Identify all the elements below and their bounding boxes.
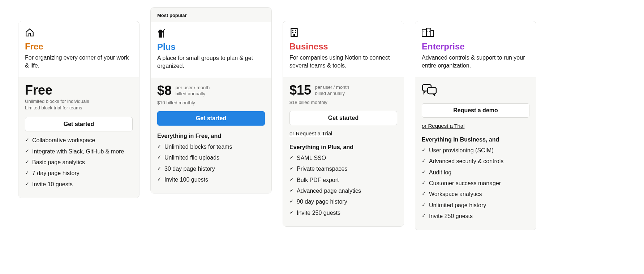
svg-rect-12 bbox=[425, 31, 425, 31]
feature-item: SAML SSO bbox=[289, 153, 397, 164]
svg-rect-16 bbox=[429, 31, 430, 32]
home-icon bbox=[25, 28, 133, 38]
price: $15 bbox=[289, 84, 311, 97]
monthly-price: $10 billed monthly bbox=[157, 100, 265, 105]
feature-item: Invite 100 guests bbox=[157, 174, 265, 185]
feature-heading: Everything in Free, and bbox=[157, 133, 265, 139]
popular-badge: Most popular bbox=[151, 8, 271, 22]
svg-rect-7 bbox=[293, 34, 295, 36]
request-trial-link[interactable]: or Request a Trial bbox=[422, 123, 464, 129]
monthly-price: $18 billed monthly bbox=[289, 100, 397, 105]
get-started-button[interactable]: Get started bbox=[289, 111, 397, 125]
svg-rect-5 bbox=[292, 32, 293, 33]
plan-card-free: Free For organizing every corner of your… bbox=[18, 21, 139, 198]
plan-card-plus: Most popular Plus A place for small grou… bbox=[150, 7, 272, 193]
plan-name: Enterprise bbox=[422, 42, 529, 52]
feature-item: Customer success manager bbox=[422, 178, 529, 189]
price: Free bbox=[25, 84, 52, 97]
feature-list: User provisioning (SCIM) Advanced securi… bbox=[422, 145, 529, 222]
feature-list: Unlimited blocks for teams Unlimited fil… bbox=[157, 142, 265, 186]
feature-item: 7 day page history bbox=[25, 168, 133, 179]
feature-list: SAML SSO Private teamspaces Bulk PDF exp… bbox=[289, 153, 397, 218]
feature-item: 30 day page history bbox=[157, 164, 265, 174]
building-icon bbox=[289, 28, 397, 38]
feature-item: Private teamspaces bbox=[289, 164, 397, 174]
request-demo-button[interactable]: Request a demo bbox=[422, 103, 529, 118]
plan-desc: A place for small groups to plan & get o… bbox=[157, 54, 265, 70]
price: $8 bbox=[157, 84, 172, 97]
svg-rect-6 bbox=[295, 32, 296, 33]
plan-card-business: Business For companies using Notion to c… bbox=[283, 21, 404, 227]
svg-rect-4 bbox=[295, 30, 296, 31]
svg-rect-8 bbox=[422, 29, 426, 36]
plan-desc: For organizing every corner of your work… bbox=[25, 54, 133, 70]
plan-desc: Advanced controls & support to run your … bbox=[422, 54, 529, 70]
request-trial-link[interactable]: or Request a Trial bbox=[289, 130, 332, 136]
buildings-icon bbox=[422, 28, 529, 38]
feature-item: Unlimited blocks for teams bbox=[157, 142, 265, 152]
feature-heading: Everything in Business, and bbox=[422, 136, 529, 143]
feature-item: Invite 250 guests bbox=[289, 208, 397, 218]
feature-item: User provisioning (SCIM) bbox=[422, 145, 529, 156]
svg-rect-9 bbox=[426, 28, 431, 36]
feature-item: Collaborative workspace bbox=[25, 135, 133, 146]
plan-name: Business bbox=[289, 42, 397, 52]
price-note-2: Limited block trial for teams bbox=[25, 105, 133, 111]
svg-rect-3 bbox=[292, 30, 293, 31]
plan-card-enterprise: Enterprise Advanced controls & support t… bbox=[415, 21, 536, 230]
tree-icon bbox=[157, 28, 265, 38]
svg-rect-14 bbox=[429, 30, 430, 30]
pricing-row: Free For organizing every corner of your… bbox=[18, 7, 626, 230]
svg-rect-18 bbox=[428, 87, 436, 94]
feature-item: Audit log bbox=[422, 167, 529, 178]
plan-name: Free bbox=[25, 42, 133, 52]
svg-rect-10 bbox=[431, 31, 434, 36]
svg-rect-13 bbox=[428, 30, 428, 30]
plan-name: Plus bbox=[157, 42, 265, 52]
feature-item: Advanced page analytics bbox=[289, 186, 397, 196]
price-note-1: Unlimited blocks for individuals bbox=[25, 98, 133, 105]
feature-item: Basic page analytics bbox=[25, 157, 133, 168]
feature-item: Bulk PDF export bbox=[289, 175, 397, 186]
svg-rect-11 bbox=[423, 31, 424, 31]
price-unit: per user / month billed annually bbox=[315, 84, 349, 97]
feature-item: Integrate with Slack, GitHub & more bbox=[25, 146, 133, 157]
svg-point-1 bbox=[158, 30, 163, 34]
feature-heading: Everything in Plus, and bbox=[289, 144, 397, 151]
feature-item: Invite 250 guests bbox=[422, 211, 529, 222]
plan-desc: For companies using Notion to connect se… bbox=[289, 54, 397, 70]
feature-list: Collaborative workspace Integrate with S… bbox=[25, 135, 133, 190]
price-unit: per user / month billed annually bbox=[176, 84, 210, 97]
chat-icon bbox=[422, 91, 438, 97]
feature-item: Invite 10 guests bbox=[25, 179, 133, 190]
get-started-button[interactable]: Get started bbox=[25, 117, 133, 131]
svg-rect-15 bbox=[428, 31, 428, 32]
feature-item: Unlimited file uploads bbox=[157, 152, 265, 163]
feature-item: 90 day page history bbox=[289, 196, 397, 207]
feature-item: Advanced security & controls bbox=[422, 156, 529, 167]
feature-item: Workspace analytics bbox=[422, 189, 529, 200]
get-started-button[interactable]: Get started bbox=[157, 111, 265, 126]
feature-item: Unlimited page history bbox=[422, 200, 529, 211]
